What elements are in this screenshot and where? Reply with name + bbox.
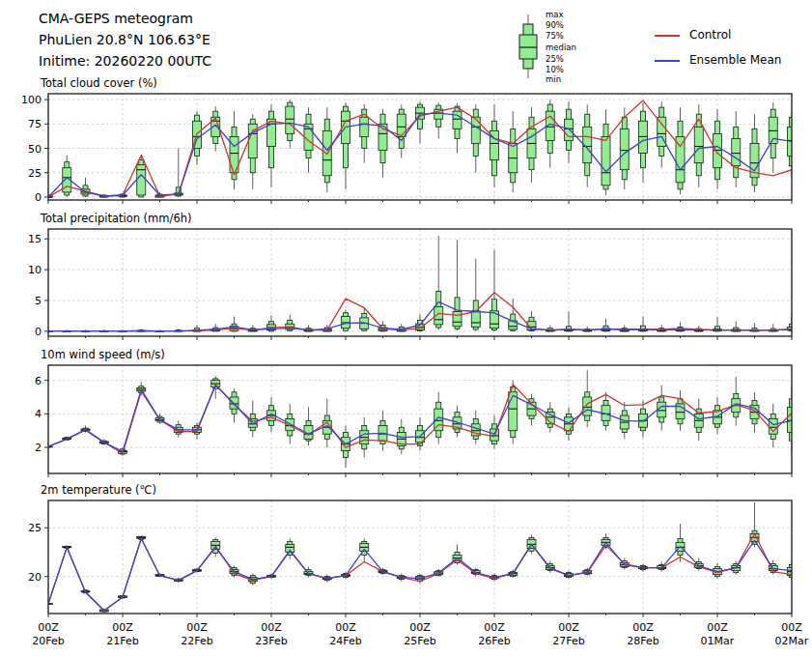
svg-text:4: 4 (35, 408, 42, 420)
meteogram-chart: max90%75%median25%10%min0255075100Total … (0, 0, 812, 657)
ensemble-legend-label: Ensemble Mean (689, 53, 781, 67)
svg-text:2: 2 (35, 442, 42, 454)
svg-text:90%: 90% (546, 20, 564, 30)
svg-text:25%: 25% (546, 54, 564, 64)
svg-text:25Feb: 25Feb (404, 635, 435, 647)
svg-text:01Mar: 01Mar (701, 635, 735, 647)
svg-text:0: 0 (35, 191, 42, 204)
svg-text:2m temperature (℃): 2m temperature (℃) (41, 483, 156, 497)
svg-text:75%: 75% (546, 31, 564, 41)
svg-text:50: 50 (28, 143, 42, 156)
svg-text:20: 20 (28, 571, 42, 584)
svg-text:00Z: 00Z (558, 621, 579, 634)
panel-cloud: 0255075100Total cloud cover (%) (21, 76, 797, 204)
svg-text:20Feb: 20Feb (32, 635, 64, 647)
boxplot-legend-glyph: max90%75%median25%10%min (519, 10, 576, 84)
svg-text:00Z: 00Z (484, 621, 505, 634)
svg-text:100: 100 (21, 94, 42, 106)
svg-text:00Z: 00Z (781, 621, 802, 634)
init-time: Initime: 20260220 00UTC (39, 50, 211, 71)
svg-text:00Z: 00Z (707, 621, 728, 634)
panel-temp: 20252m temperature (℃) (28, 483, 797, 617)
svg-text:00Z: 00Z (112, 621, 133, 634)
svg-text:24Feb: 24Feb (329, 635, 361, 647)
svg-text:0: 0 (35, 326, 42, 338)
svg-text:15: 15 (28, 233, 42, 245)
svg-text:min: min (546, 74, 561, 84)
panel-precip: 051015Total precipitation (mm/6h) (28, 212, 797, 340)
page-title: CMA-GEPS meteogram (39, 8, 193, 29)
svg-text:27Feb: 27Feb (552, 635, 584, 647)
svg-text:10m wind speed (m/s): 10m wind speed (m/s) (41, 348, 165, 361)
svg-text:75: 75 (28, 118, 42, 130)
svg-text:26Feb: 26Feb (478, 635, 510, 647)
svg-text:00Z: 00Z (409, 621, 431, 634)
svg-text:Total precipitation (mm/6h): Total precipitation (mm/6h) (40, 212, 191, 225)
control-legend-line (655, 35, 680, 37)
svg-text:00Z: 00Z (632, 621, 654, 634)
svg-text:25: 25 (28, 167, 42, 180)
x-axis-labels: 00Z20Feb00Z21Feb00Z22Feb00Z23Feb00Z24Feb… (32, 621, 809, 647)
svg-text:00Z: 00Z (186, 621, 208, 634)
svg-text:22Feb: 22Feb (181, 635, 212, 647)
station-location: PhuLien 20.8°N 106.63°E (39, 29, 210, 50)
ensemble-legend-line (655, 60, 680, 62)
svg-text:Total cloud cover (%): Total cloud cover (%) (40, 76, 157, 90)
panel-wind: 24610m wind speed (m/s) (35, 348, 797, 477)
svg-text:5: 5 (35, 295, 42, 307)
meteogram-page: max90%75%median25%10%min0255075100Total … (0, 0, 812, 657)
svg-text:6: 6 (35, 375, 42, 387)
svg-text:max: max (546, 10, 564, 19)
svg-text:00Z: 00Z (335, 621, 356, 634)
svg-text:25: 25 (28, 522, 42, 534)
svg-text:10%: 10% (546, 65, 564, 74)
svg-text:10: 10 (28, 264, 42, 276)
control-legend-label: Control (689, 28, 731, 42)
svg-text:00Z: 00Z (38, 621, 59, 634)
box-whisker-series (44, 502, 797, 613)
svg-text:00Z: 00Z (261, 621, 282, 634)
svg-text:02Mar: 02Mar (775, 635, 809, 647)
svg-text:21Feb: 21Feb (106, 635, 138, 647)
svg-text:median: median (546, 43, 576, 52)
svg-text:28Feb: 28Feb (627, 635, 658, 647)
svg-text:23Feb: 23Feb (255, 635, 287, 647)
